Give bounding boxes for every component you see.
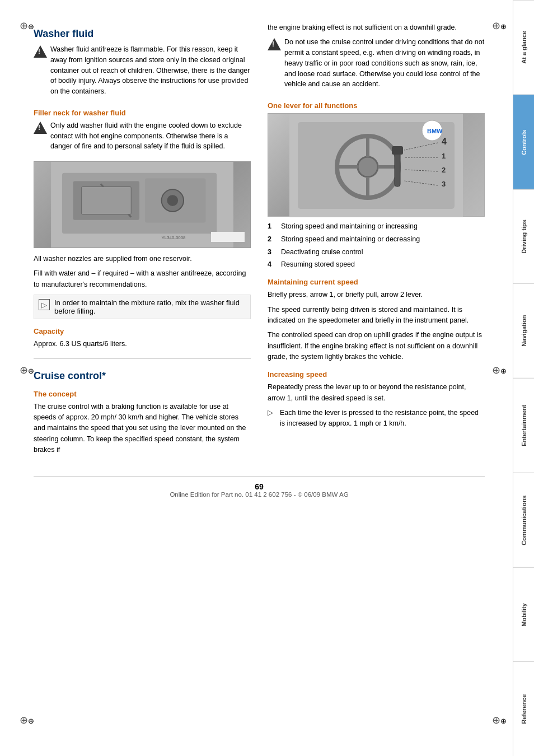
sidebar-tab-driving-tips[interactable]: Driving tips [513,189,534,284]
list-item-4: 4 Resuming stored speed [268,259,485,270]
right-sidebar: At a glance Controls Driving tips Naviga… [513,0,534,756]
car-lever-image: 4 1 2 3 BMW [268,113,485,217]
page-footer: 69 Online Edition for Part no. 01 41 2 6… [34,476,485,498]
arrow-sym-1: ▷ [268,408,275,429]
list-text-2: Storing speed and maintaining or decreas… [281,234,420,245]
svg-text:3: 3 [442,180,446,188]
copyright-text: Online Edition for Part no. 01 41 2 602 … [34,491,485,498]
corner-mark-tl: ⊕ [20,20,31,31]
sidebar-tab-communications[interactable]: Communications [513,473,534,567]
list-num-1: 1 [268,221,277,232]
list-num-4: 4 [268,259,277,270]
list-num-2: 2 [268,234,277,245]
sidebar-tab-controls[interactable]: Controls [513,95,534,189]
right-column: the engine braking effect is not suffici… [268,22,485,459]
capacity-title: Capacity [34,327,251,335]
warning-icon-2 [34,122,47,134]
list-num-3: 3 [268,247,277,258]
maintaining-text-2: The speed currently being driven is stor… [268,305,485,326]
concept-title: The concept [34,390,251,398]
washer-filler-image: YL340-0008 [34,161,251,248]
sidebar-tab-entertainment[interactable]: Entertainment [513,378,534,473]
list-item-2: 2 Storing speed and maintaining or decre… [268,234,485,245]
increasing-title: Increasing speed [268,370,485,379]
washer-warning-2: Only add washer fluid with the engine co… [34,120,251,156]
page-number: 69 [34,482,485,491]
washer-fluid-title: Washer fluid [34,28,251,40]
maintaining-text-3: The controlled speed can drop on uphill … [268,330,485,362]
sidebar-tab-navigation[interactable]: Navigation [513,283,534,378]
washer-caption-2: Fill with water and – if required – with… [34,268,251,290]
corner-mark-mid-right: ⊕ [492,364,503,375]
list-text-4: Resuming stored speed [281,259,355,270]
list-item-1: 1 Storing speed and maintaining or incre… [268,221,485,232]
corner-mark-bl: ⊕ [20,714,31,725]
svg-text:4: 4 [442,137,447,146]
corner-mark-tr: ⊕ [492,20,503,31]
washer-warning-1: Washer fluid antifreeze is flammable. Fo… [34,44,251,101]
concept-text: The cruise control with a braking functi… [34,402,251,456]
maintaining-title: Maintaining current speed [268,278,485,286]
list-text-3: Deactivating cruise control [281,247,363,258]
lever-functions-list: 1 Storing speed and maintaining or incre… [268,221,485,270]
svg-rect-18 [392,146,403,155]
svg-rect-7 [81,186,131,214]
washer-caption-1: All washer nozzles are supplied from one… [34,254,251,264]
list-text-1: Storing speed and maintaining or increas… [281,221,418,232]
cruise-warning-text: Do not use the cruise control under driv… [284,37,485,90]
arrow-list-item-1: ▷ Each time the lever is pressed to the … [268,408,485,429]
washer-info-box: ▷ In order to maintain the mixture ratio… [34,295,251,319]
warning-icon-3 [268,38,281,50]
sidebar-tab-reference[interactable]: Reference [513,661,534,756]
increasing-text: Repeatedly press the lever up to or beyo… [268,382,485,404]
one-lever-title: One lever for all functions [268,101,485,110]
info-icon: ▷ [39,299,50,310]
cruise-control-title: Cruise control* [34,370,251,382]
corner-mark-br: ⊕ [492,714,503,725]
warning-icon-1 [34,45,47,58]
arrow-text-1: Each time the lever is pressed to the re… [280,408,485,429]
sidebar-tab-mobility[interactable]: Mobility [513,567,534,662]
cruise-warning: Do not use the cruise control under driv… [268,37,485,94]
filler-neck-title: Filler neck for washer fluid [34,109,251,117]
washer-warning-2-text: Only add washer fluid with the engine co… [50,120,251,152]
svg-text:YL340-0008: YL340-0008 [162,235,186,240]
section-divider [34,358,251,359]
maintaining-text-1: Briefly press, arrow 1, or briefly pull,… [268,290,485,300]
increasing-arrow-list: ▷ Each time the lever is pressed to the … [268,408,485,429]
washer-warning-1-text: Washer fluid antifreeze is flammable. Fo… [50,44,251,97]
svg-text:BMW: BMW [427,128,443,134]
svg-text:1: 1 [442,152,446,160]
capacity-text: Approx. 6.3 US quarts/6 liters. [34,339,251,349]
sidebar-tab-at-a-glance[interactable]: At a glance [513,0,534,95]
corner-mark-mid-left: ⊕ [20,364,31,375]
list-item-3: 3 Deactivating cruise control [268,247,485,258]
svg-point-12 [358,157,378,177]
continued-text: the engine braking effect is not suffici… [268,22,485,33]
svg-point-5 [167,195,178,206]
washer-info-text: In order to maintain the mixture ratio, … [54,298,246,315]
left-column: Washer fluid Washer fluid antifreeze is … [34,22,251,459]
svg-text:2: 2 [442,166,446,174]
